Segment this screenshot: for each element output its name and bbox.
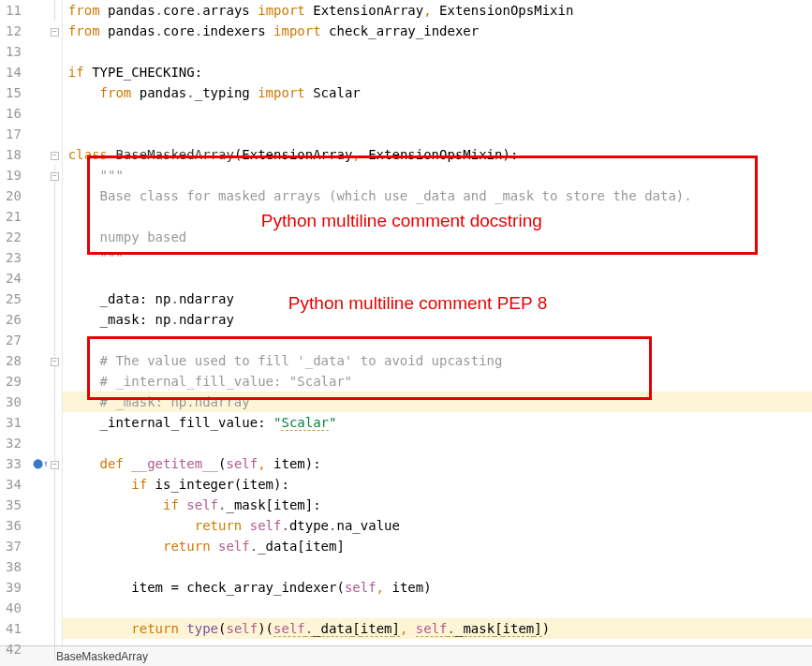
code-line[interactable]: [63, 330, 812, 350]
line-number: 16: [0, 103, 25, 124]
line-number: 37: [0, 536, 25, 556]
line-number: 14: [0, 62, 25, 82]
code-line[interactable]: if self._mask[item]:: [63, 495, 812, 515]
marker-column: ⬤↑: [33, 0, 48, 645]
code-line[interactable]: return self._data[item]: [63, 536, 812, 556]
line-number: 38: [0, 556, 25, 577]
code-line[interactable]: return type(self)(self._data[item], self…: [63, 618, 812, 639]
code-line[interactable]: Base class for masked arrays (which use …: [63, 185, 812, 206]
fold-toggle-icon[interactable]: −: [51, 172, 59, 181]
fold-column[interactable]: − − − − −: [48, 0, 63, 645]
line-number: 30: [0, 392, 25, 412]
code-line[interactable]: def __getitem__(self, item):: [63, 453, 812, 474]
line-number-gutter: 11 12 13 14 15 16 17 18 19 20 21 22 23 2…: [0, 0, 33, 645]
fold-toggle-icon[interactable]: −: [51, 28, 59, 37]
line-number: 33: [0, 453, 25, 474]
code-line[interactable]: # The value used to fill '_data' to avoi…: [63, 350, 812, 371]
code-editor[interactable]: 11 12 13 14 15 16 17 18 19 20 21 22 23 2…: [0, 0, 812, 645]
code-line[interactable]: # _internal_fill_value: "Scalar": [63, 371, 812, 392]
line-number: 26: [0, 309, 25, 330]
code-line[interactable]: [63, 124, 812, 144]
fold-toggle-icon[interactable]: −: [51, 461, 59, 469]
code-line[interactable]: [63, 598, 812, 618]
code-line[interactable]: return self.dtype.na_value: [63, 515, 812, 536]
code-line[interactable]: class BaseMaskedArray(ExtensionArray, Ex…: [63, 144, 812, 165]
line-number: 21: [0, 206, 25, 227]
line-number: 12: [0, 21, 25, 41]
line-number: 29: [0, 371, 25, 392]
line-number: 23: [0, 247, 25, 268]
line-number: 25: [0, 289, 25, 309]
line-number: 32: [0, 433, 25, 453]
code-line[interactable]: [63, 433, 812, 453]
code-line-current[interactable]: # _mask: np.ndarray: [63, 392, 812, 412]
line-number: 24: [0, 268, 25, 289]
line-number: 18: [0, 144, 25, 165]
code-line[interactable]: """: [63, 247, 812, 268]
fold-toggle-icon[interactable]: −: [51, 358, 59, 366]
code-area[interactable]: from pandas.core.arrays import Extension…: [63, 0, 812, 645]
line-number: 22: [0, 227, 25, 247]
code-line[interactable]: _internal_fill_value: "Scalar": [63, 412, 812, 433]
line-number: 15: [0, 82, 25, 103]
code-line[interactable]: [63, 556, 812, 577]
line-number: 42: [0, 639, 25, 659]
line-number: 11: [0, 0, 25, 21]
code-line[interactable]: if TYPE_CHECKING:: [63, 62, 812, 82]
line-number: 28: [0, 350, 25, 371]
line-number: 39: [0, 577, 25, 598]
line-number: 20: [0, 185, 25, 206]
code-line[interactable]: if is_integer(item):: [63, 474, 812, 495]
line-number: 41: [0, 618, 25, 639]
code-line[interactable]: """: [63, 165, 812, 185]
code-line[interactable]: item = check_array_indexer(self, item): [63, 577, 812, 598]
code-line[interactable]: [63, 268, 812, 289]
code-line[interactable]: [63, 103, 812, 124]
code-line[interactable]: [63, 639, 812, 659]
annotation-label: Python multiline comment docstring: [261, 211, 542, 231]
line-number: 13: [0, 41, 25, 62]
fold-toggle-icon[interactable]: −: [51, 152, 59, 160]
code-line[interactable]: from pandas.core.arrays import Extension…: [63, 0, 812, 21]
code-line[interactable]: from pandas.core.indexers import check_a…: [63, 21, 812, 41]
line-number: 19: [0, 165, 25, 185]
line-number: 36: [0, 515, 25, 536]
line-number: 31: [0, 412, 25, 433]
line-number: 17: [0, 124, 25, 144]
line-number: 35: [0, 495, 25, 515]
line-number: 34: [0, 474, 25, 495]
line-number: 27: [0, 330, 25, 350]
override-marker-icon[interactable]: ⬤↑: [33, 453, 48, 474]
code-line[interactable]: [63, 41, 812, 62]
code-line[interactable]: from pandas._typing import Scalar: [63, 82, 812, 103]
annotation-label: Python multiline comment PEP 8: [288, 293, 547, 314]
line-number: 40: [0, 598, 25, 618]
